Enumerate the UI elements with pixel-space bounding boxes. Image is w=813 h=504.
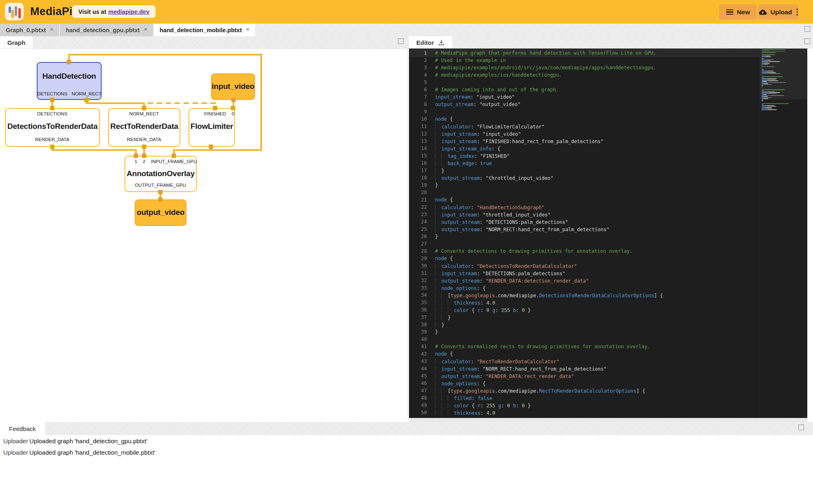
feedback-source: Uploader	[3, 449, 29, 456]
line-number: 40	[409, 336, 427, 343]
tab-editor[interactable]: Editor	[409, 36, 452, 49]
mediapipe-logo-icon	[5, 3, 24, 20]
line-number: 35	[409, 299, 427, 306]
code-text: }	[435, 167, 444, 174]
line-number: 41	[409, 343, 427, 350]
line-number: 47	[409, 387, 427, 394]
mediapipe-dev-link[interactable]: mediapipe.dev	[108, 9, 149, 15]
input-port-label: NORM_RECT	[129, 111, 159, 116]
code-line-2: 2# Used in the example in	[409, 57, 760, 64]
file-tab-Graph_0.pbtxt[interactable]: Graph_0.pbtxt×	[0, 24, 59, 36]
new-button[interactable]: New	[719, 4, 757, 20]
code-line-19: 19}	[409, 181, 760, 189]
code-line-5: 5	[409, 79, 760, 86]
file-tab-hand_detection_gpu.pbtxt[interactable]: hand_detection_gpu.pbtxt×	[60, 24, 153, 36]
code-editor[interactable]: 1# MediaPipe graph that performs hand de…	[409, 49, 807, 418]
input-port-label: INPUT_FRAME_GPU	[151, 159, 197, 164]
code-line-18: 18output_stream: "throttled_input_video"	[409, 174, 760, 181]
line-number: 15	[409, 152, 427, 159]
code-line-22: 22calculator: "HandDetectionSubgraph"	[409, 203, 760, 211]
code-text: color { r: 0 g: 255 b: 0 }	[435, 306, 531, 314]
minimap-line	[762, 110, 762, 111]
line-number: 9	[409, 108, 427, 115]
tab-graph[interactable]: Graph	[0, 36, 33, 49]
line-number: 36	[409, 306, 427, 314]
code-text: input_stream_info: {	[435, 145, 500, 152]
code-line-21: 21node {	[409, 196, 760, 203]
line-number: 45	[409, 372, 427, 380]
code-text: # Converts detections to drawing primiti…	[435, 248, 633, 255]
close-icon[interactable]: ×	[246, 26, 250, 33]
code-text: tag_index: "FINISHED"	[435, 152, 510, 159]
code-text: node {	[435, 115, 453, 123]
minimap-slider[interactable]	[760, 49, 807, 99]
code-line-6: 6# Images coming into and out of the gra…	[409, 86, 760, 93]
line-number: 27	[409, 240, 427, 248]
code-line-36: 36color { r: 0 g: 255 b: 0 }	[409, 306, 760, 314]
tab-feedback[interactable]: Feedback	[0, 422, 45, 435]
output-port-label: NORM_RECT	[72, 91, 102, 96]
code-line-35: 35thickness: 4.0	[409, 299, 760, 306]
code-text: # Used in the example in	[435, 57, 506, 64]
new-button-label: New	[737, 9, 750, 16]
line-number: 18	[409, 174, 427, 181]
code-lines: 1# MediaPipe graph that performs hand de…	[409, 49, 760, 418]
close-icon[interactable]: ×	[144, 26, 147, 33]
more-options-icon[interactable]	[797, 9, 798, 15]
line-number: 49	[409, 402, 427, 409]
download-icon[interactable]	[438, 39, 445, 46]
feedback-tab-label: Feedback	[9, 425, 36, 432]
code-text: calculator: "FlowLimiterCalculator"	[435, 123, 544, 130]
code-line-14: 14input_stream_info: {	[409, 145, 760, 152]
line-number: 12	[409, 130, 427, 137]
code-line-32: 32output_stream: "RENDER_DATA:detection_…	[409, 277, 760, 284]
code-line-40: 40	[409, 336, 760, 343]
code-line-48: 48filled: false	[409, 394, 760, 402]
expand-editor-panel-icon[interactable]	[804, 38, 810, 44]
code-line-31: 31input_stream: "DETECTIONS:palm_detecti…	[409, 270, 760, 277]
code-line-50: 50thickness: 4.0	[409, 409, 760, 416]
editor-tab-label: Editor	[416, 39, 434, 46]
graph-tab-label: Graph	[7, 39, 25, 46]
code-text: color { r: 255 g: 0 b: 0 }	[435, 402, 531, 409]
file-tab-label: hand_detection_gpu.pbtxt	[66, 27, 140, 33]
close-icon[interactable]: ×	[50, 26, 53, 33]
line-number: 24	[409, 218, 427, 225]
expand-feedback-panel-icon[interactable]	[798, 424, 804, 430]
upload-button[interactable]: Upload	[758, 4, 798, 20]
input-port-label: 1	[135, 159, 137, 164]
line-number: 21	[409, 196, 427, 203]
line-number: 3	[409, 64, 427, 71]
code-text: node_options: {	[435, 284, 486, 292]
line-number: 46	[409, 380, 427, 387]
code-text: back_edge: true	[435, 159, 492, 167]
file-tab-hand_detection_mobile.pbtxt[interactable]: hand_detection_mobile.pbtxt×	[154, 24, 255, 36]
editor-horizontal-scrollbar[interactable]	[409, 418, 807, 422]
code-text: calculator: "DetectionsToRenderDataCalcu…	[435, 262, 577, 270]
code-line-12: 12input_stream: "input_video"	[409, 130, 760, 137]
code-line-34: 34[type.googleapis.com/mediapipe.Detecti…	[409, 292, 760, 299]
line-number: 26	[409, 233, 427, 240]
line-number: 37	[409, 314, 427, 321]
port-connector	[172, 154, 176, 158]
code-line-43: 43calculator: "RectToRenderDataCalculato…	[409, 358, 760, 365]
panel-tab-bar: Graph Editor	[0, 36, 813, 49]
line-number: 11	[409, 123, 427, 130]
port-connector	[67, 60, 71, 64]
code-text: }	[435, 321, 444, 328]
graph-canvas[interactable]: HandDetectionDETECTIONSNORM_RECTinput_vi…	[0, 49, 407, 418]
expand-tabs-icon[interactable]	[804, 26, 810, 32]
line-number: 20	[409, 189, 427, 196]
line-number: 44	[409, 365, 427, 372]
output-port-label: RENDER_DATA	[127, 137, 161, 142]
visit-us-text: Visit us at	[78, 9, 106, 15]
code-text: # mediapipie/examples/android/src/java/c…	[435, 64, 656, 71]
node-title: AnnotationOverlay	[127, 169, 195, 178]
code-text: output_stream: "RENDER_DATA:detection_re…	[435, 277, 589, 284]
editor-minimap[interactable]	[760, 49, 807, 418]
port-connector	[158, 197, 163, 202]
expand-graph-panel-icon[interactable]	[398, 38, 404, 44]
minimap-line	[762, 106, 776, 107]
output-port-label: OUTPUT_FRAME_GPU	[135, 183, 186, 188]
line-number: 30	[409, 262, 427, 270]
